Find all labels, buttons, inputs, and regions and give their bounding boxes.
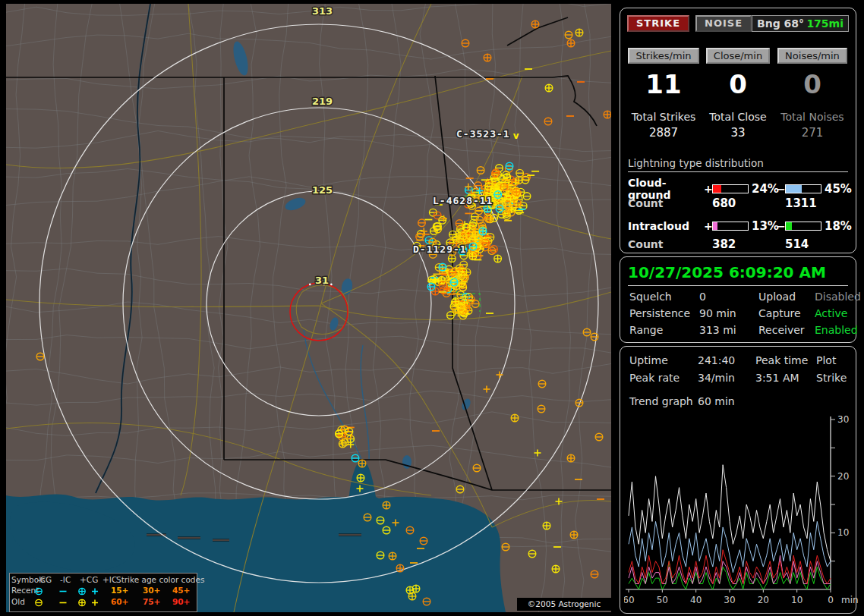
strike-cp: [604, 111, 611, 118]
minus-sign: −: [777, 183, 785, 195]
total-strikes-label: Total Strikes: [626, 111, 701, 123]
map-canvas[interactable]: 31321912531 C-3523-1vL-4628-11D-1129-1: [6, 4, 611, 612]
legend-col-neg-cg: -CG: [37, 575, 52, 584]
peaktime-label: Peak time: [755, 354, 816, 366]
bearing-range-display: Bng 68° 175mi: [752, 15, 849, 32]
strike-cp: [408, 592, 416, 600]
lightning-map[interactable]: 31321912531 C-3523-1vL-4628-11D-1129-1 S…: [6, 4, 611, 612]
y-axis-label: 10: [837, 527, 849, 538]
persistence-value: 90 min: [699, 307, 758, 319]
receiver-label: Receiver: [758, 324, 815, 336]
strike-cp: [512, 188, 520, 196]
bearing-value: Bng 68°: [757, 17, 804, 30]
age-code: 90+: [172, 597, 190, 606]
strike-cp: [570, 531, 578, 539]
legend-symbol-glyphs: [10, 598, 109, 608]
neg-cg-pct: 45%: [821, 182, 850, 196]
trend-graph: 1020306050403020100min: [624, 413, 859, 611]
settings-grid: Squelch 0 Upload Disabled Persistence 90…: [629, 291, 850, 336]
trend-series-+ic: [629, 555, 831, 583]
upload-status: Disabled: [815, 291, 859, 303]
age-code: 60+: [111, 597, 128, 606]
intracloud-label: Intracloud: [628, 220, 704, 232]
strike-cp: [479, 228, 487, 235]
receiver-status: Enabled: [815, 324, 859, 336]
age-code: 45+: [172, 586, 190, 595]
x-axis-label: 40: [690, 595, 702, 605]
x-axis-label: 60: [624, 595, 635, 605]
trend-graph-header: Trend graph 60 min: [629, 395, 758, 407]
pos-cg-count: 680: [712, 196, 749, 210]
ring-label: 125: [312, 184, 333, 196]
legend-col-pos-ic: +IC: [102, 575, 117, 584]
pos-cg-bar: [712, 184, 749, 193]
peakrate-label: Peak rate: [629, 372, 698, 384]
squelch-label: Squelch: [629, 291, 699, 303]
legend-symbol-glyphs: [10, 586, 109, 596]
trend-series-total-strikes: [629, 465, 831, 561]
strike-cp: [494, 255, 502, 262]
status-panel: STRIKE NOISE Bng 68° 175mi Strikes/min 1…: [615, 4, 859, 612]
strike-cp: [432, 288, 440, 295]
neg-ic-count: 514: [785, 237, 821, 251]
ring-label: 313: [312, 5, 333, 17]
symbols-legend: Symbols -CG -IC +CG +IC Strike age color…: [9, 573, 197, 612]
x-axis-label: 20: [758, 595, 769, 605]
strike-cp: [358, 460, 366, 467]
stats-grid: Uptime 241:40 Peak time Plot Peak rate 3…: [629, 354, 850, 384]
strikes-counter: Strikes/min 11 Total Strikes 2887: [626, 48, 701, 140]
range-value: 313 mi: [699, 324, 758, 336]
x-axis-label: 30: [724, 595, 735, 605]
neg-ic-bar: [785, 222, 821, 231]
strike-cp: [357, 474, 364, 482]
strike-cp: [339, 440, 347, 448]
total-noises-value: 271: [775, 126, 850, 140]
peaktime-value: 3:51 AM: [755, 372, 816, 384]
total-strikes-value: 2887: [626, 126, 701, 140]
capture-label: Capture: [758, 307, 815, 319]
strike-cp: [511, 414, 519, 422]
count-label: Count: [628, 238, 704, 250]
strike-cp: [396, 564, 404, 572]
capture-status: Active: [815, 307, 859, 319]
plus-sign: +: [704, 183, 712, 195]
legend-age-title: Strike age color codes: [116, 575, 204, 584]
intracloud-count-row: Count 382 514: [628, 237, 850, 251]
trend-series--cg: [629, 521, 831, 572]
strike-mode-button[interactable]: STRIKE: [627, 15, 689, 32]
strikes-per-min-value: 11: [626, 70, 701, 99]
strike-cp: [543, 522, 550, 530]
close-per-min-value: 0: [701, 70, 775, 99]
strike-cp: [516, 177, 523, 184]
copyright-bar: ©2005 Astrogenic Systems: [517, 598, 611, 611]
trend-box: Uptime 241:40 Peak time Plot Peak rate 3…: [620, 346, 856, 614]
storm-cell-label: D-1129-1: [413, 244, 467, 255]
total-noises-label: Total Noises: [775, 111, 850, 123]
trend-series--ic: [629, 561, 831, 589]
noises-per-min-button[interactable]: Noises/min: [777, 48, 847, 64]
pos-ic-pct: 13%: [749, 219, 777, 233]
storm-cell-label: L-4628-11: [433, 195, 493, 206]
strikes-per-min-button[interactable]: Strikes/min: [628, 48, 698, 64]
noise-mode-button[interactable]: NOISE: [695, 15, 752, 32]
x-axis-label: 0: [828, 595, 834, 605]
trend-label: Trend graph: [629, 395, 698, 407]
y-axis-label: 20: [837, 471, 849, 482]
uptime-value: 241:40: [698, 354, 755, 366]
range-value: 175mi: [806, 17, 844, 30]
x-axis-label: 50: [657, 595, 668, 605]
total-close-value: 33: [701, 126, 775, 140]
cloud-ground-count-row: Count 680 1311: [628, 196, 850, 210]
persistence-label: Persistence: [629, 307, 699, 319]
close-per-min-button[interactable]: Close/min: [706, 48, 770, 64]
close-counter: Close/min 0 Total Close 33: [701, 48, 775, 140]
neg-cg-bar: [785, 184, 821, 193]
trend-window: 60 min: [698, 395, 758, 407]
neg-ic-pct: 18%: [821, 219, 850, 233]
strike-stats-box: STRIKE NOISE Bng 68° 175mi Strikes/min 1…: [620, 8, 856, 253]
squelch-value: 0: [699, 291, 758, 303]
plot-label: Plot: [816, 354, 859, 366]
age-code: 15+: [111, 586, 128, 595]
minus-sign: −: [777, 220, 785, 232]
strike-cp: [452, 298, 459, 306]
